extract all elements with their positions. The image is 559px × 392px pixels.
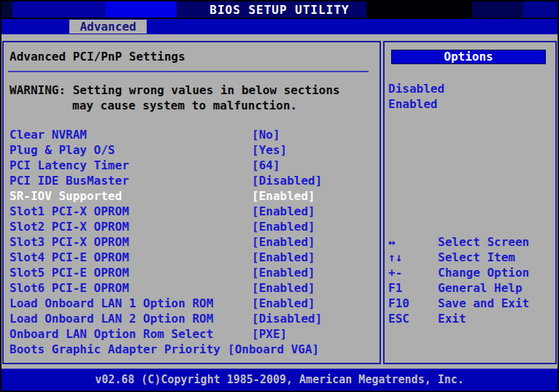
options-header-label: Options (444, 50, 493, 64)
setting-row[interactable]: Boots Graphic Adapter Priority[Onboard V… (9, 342, 374, 358)
warning-text-line1: WARNING: Setting wrong values in below s… (9, 83, 340, 97)
setting-value: [Enabled] (252, 266, 315, 280)
setting-value: [Enabled] (252, 296, 315, 310)
setting-value: [PXE] (252, 327, 287, 341)
setting-row[interactable]: SR-IOV Supported[Enabled] (9, 189, 374, 204)
setting-label: Load Onboard LAN 1 Option ROM (9, 296, 213, 310)
setting-label: PCI Latency Timer (9, 158, 129, 172)
setting-row[interactable]: Slot4 PCI-E OPROM[Enabled] (9, 250, 374, 266)
key-legend-row: ESCExit (388, 312, 529, 327)
setting-row[interactable]: PCI IDE BusMaster[Disabled] (9, 174, 374, 189)
options-header: Options (391, 50, 546, 64)
key-legend: ↔Select Screen↑↓Select Item+-Change Opti… (388, 235, 529, 327)
key-action: Change Option (438, 266, 529, 280)
setting-label: Slot2 PCI-X OPROM (9, 220, 129, 234)
tab-advanced[interactable]: Advanced (69, 20, 147, 34)
setting-label: Slot4 PCI-E OPROM (9, 250, 129, 264)
setting-row[interactable]: PCI Latency Timer[64] (9, 158, 374, 174)
help-panel: Options DisabledEnabled ↔Select Screen↑↓… (383, 41, 557, 364)
copyright-text: v02.68 (C)Copyright 1985-2009, American … (95, 373, 464, 386)
title-separator (8, 71, 369, 72)
setting-label: SR-IOV Supported (9, 189, 122, 203)
setting-value: [Enabled] (252, 235, 315, 249)
key-name: ESC (388, 312, 438, 326)
key-legend-row: ↔Select Screen (388, 235, 529, 250)
key-legend-row: F10Save and Exit (388, 296, 529, 312)
setting-value: [Enabled] (252, 189, 315, 203)
setting-row[interactable]: Slot3 PCI-X OPROM[Enabled] (9, 235, 374, 250)
setting-value: [Enabled] (252, 281, 315, 295)
key-legend-row: +-Change Option (388, 266, 529, 281)
setting-value: [Enabled] (252, 220, 315, 234)
key-legend-row: ↑↓Select Item (388, 250, 529, 266)
page-title: Advanced PCI/PnP Settings (9, 50, 185, 64)
setting-value: [Onboard VGA] (228, 342, 319, 356)
options-list: DisabledEnabled (388, 82, 444, 112)
menu-bar: Advanced (1, 19, 558, 34)
title-bar: BIOS SETUP UTILITY (1, 1, 558, 18)
setting-value: [Disabled] (252, 174, 322, 188)
setting-value: [Disabled] (252, 312, 322, 326)
setting-value: [64] (252, 158, 280, 172)
setting-value: [Enabled] (252, 204, 315, 218)
option-item: Enabled (388, 97, 444, 112)
key-action: General Help (438, 281, 523, 295)
bios-setup-screen: BIOS SETUP UTILITY Advanced Advanced PCI… (0, 0, 559, 392)
key-action: Select Item (438, 250, 515, 264)
key-name: ↑↓ (388, 250, 438, 264)
app-title: BIOS SETUP UTILITY (209, 3, 349, 17)
setting-row[interactable]: Onboard LAN Option Rom Select[PXE] (9, 327, 374, 342)
option-item: Disabled (388, 82, 444, 97)
setting-row[interactable]: Load Onboard LAN 2 Option ROM[Disabled] (9, 312, 374, 327)
setting-value: [Enabled] (252, 250, 315, 264)
setting-label: Slot5 PCI-E OPROM (9, 266, 129, 280)
key-name: +- (388, 266, 438, 280)
setting-row[interactable]: Plug & Play O/S[Yes] (9, 143, 374, 158)
warning-text-line2: may cause system to malfunction. (72, 99, 297, 112)
setting-row[interactable]: Load Onboard LAN 1 Option ROM[Enabled] (9, 296, 374, 312)
setting-row[interactable]: Slot2 PCI-X OPROM[Enabled] (9, 220, 374, 235)
key-name: F10 (388, 296, 438, 310)
key-name: F1 (388, 281, 438, 295)
setting-row[interactable]: Slot5 PCI-E OPROM[Enabled] (9, 266, 374, 281)
key-action: Select Screen (438, 235, 529, 249)
settings-panel: Advanced PCI/PnP Settings WARNING: Setti… (2, 41, 381, 364)
setting-label: Clear NVRAM (9, 128, 87, 142)
settings-list: Clear NVRAM[No]Plug & Play O/S[Yes]PCI L… (9, 128, 374, 358)
setting-label: Slot3 PCI-X OPROM (9, 235, 129, 249)
setting-label: Slot6 PCI-E OPROM (9, 281, 129, 295)
copyright-bar: v02.68 (C)Copyright 1985-2009, American … (1, 369, 558, 391)
setting-row[interactable]: Slot1 PCI-X OPROM[Enabled] (9, 204, 374, 220)
setting-label: Load Onboard LAN 2 Option ROM (9, 312, 213, 326)
key-action: Save and Exit (438, 296, 529, 310)
setting-label: Slot1 PCI-X OPROM (9, 204, 129, 218)
tab-advanced-label: Advanced (80, 20, 136, 34)
setting-value: [Yes] (252, 143, 287, 157)
setting-label: PCI IDE BusMaster (9, 174, 129, 188)
key-action: Exit (438, 312, 466, 326)
setting-label: Onboard LAN Option Rom Select (9, 327, 213, 341)
key-legend-row: F1General Help (388, 281, 529, 296)
setting-row[interactable]: Clear NVRAM[No] (9, 128, 374, 143)
key-name: ↔ (388, 235, 438, 249)
setting-label: Boots Graphic Adapter Priority (9, 342, 220, 356)
setting-label: Plug & Play O/S (9, 143, 115, 157)
setting-row[interactable]: Slot6 PCI-E OPROM[Enabled] (9, 281, 374, 296)
setting-value: [No] (252, 128, 280, 142)
